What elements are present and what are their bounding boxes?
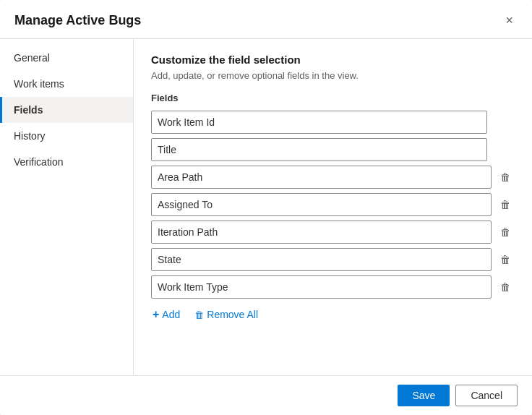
dialog-body: General Work items Fields History Verifi…	[0, 39, 532, 375]
sidebar-item-work-items[interactable]: Work items	[0, 71, 133, 97]
delete-work-item-type-button[interactable]	[496, 278, 515, 296]
dialog-header: Manage Active Bugs ×	[0, 0, 532, 39]
field-row	[151, 221, 515, 244]
cancel-button[interactable]: Cancel	[455, 385, 518, 406]
sidebar-item-history[interactable]: History	[0, 123, 133, 149]
remove-all-button[interactable]: Remove All	[193, 306, 259, 323]
plus-icon: +	[153, 309, 159, 320]
delete-area-path-button[interactable]	[496, 168, 515, 187]
sidebar-item-label: General	[14, 52, 50, 64]
section-desc: Add, update, or remove optional fields i…	[151, 70, 515, 81]
close-button[interactable]: ×	[501, 12, 518, 30]
save-button[interactable]: Save	[398, 385, 450, 406]
delete-assigned-to-button[interactable]	[496, 195, 515, 214]
field-state[interactable]	[151, 248, 492, 271]
sidebar: General Work items Fields History Verifi…	[0, 39, 134, 375]
trash-icon	[500, 226, 510, 239]
field-iteration-path[interactable]	[151, 221, 492, 244]
sidebar-item-label: History	[14, 130, 46, 142]
field-title[interactable]	[151, 138, 487, 161]
trash-icon	[500, 281, 510, 294]
dialog-footer: Save Cancel	[0, 375, 532, 415]
add-field-button[interactable]: + Add	[151, 306, 181, 323]
trash-icon	[500, 171, 510, 184]
trash-icon	[500, 253, 510, 266]
sidebar-item-general[interactable]: General	[0, 45, 133, 71]
delete-iteration-path-button[interactable]	[496, 223, 515, 241]
field-row	[151, 275, 515, 299]
actions-row: + Add Remove All	[151, 306, 515, 323]
sidebar-item-fields[interactable]: Fields	[0, 97, 133, 123]
section-title: Customize the field selection	[151, 54, 515, 66]
sidebar-item-label: Fields	[14, 104, 43, 116]
main-content: Customize the field selection Add, updat…	[134, 39, 532, 375]
fields-label: Fields	[151, 93, 515, 103]
remove-all-label: Remove All	[207, 309, 258, 320]
field-work-item-type[interactable]	[151, 275, 492, 299]
field-row	[151, 111, 515, 134]
sidebar-item-label: Work items	[14, 78, 64, 90]
trash-icon	[500, 198, 510, 211]
field-row	[151, 138, 515, 161]
field-assigned-to[interactable]	[151, 193, 492, 216]
sidebar-item-verification[interactable]: Verification	[0, 149, 133, 175]
field-area-path[interactable]	[151, 166, 492, 189]
field-row	[151, 166, 515, 189]
field-row	[151, 248, 515, 271]
trash-sm-icon	[194, 309, 204, 320]
field-row	[151, 193, 515, 216]
field-work-item-id[interactable]	[151, 111, 487, 134]
sidebar-item-label: Verification	[14, 156, 63, 168]
manage-active-bugs-dialog: Manage Active Bugs × General Work items …	[0, 0, 532, 415]
delete-state-button[interactable]	[496, 250, 515, 269]
dialog-title: Manage Active Bugs	[14, 13, 141, 28]
add-label: Add	[162, 309, 180, 320]
